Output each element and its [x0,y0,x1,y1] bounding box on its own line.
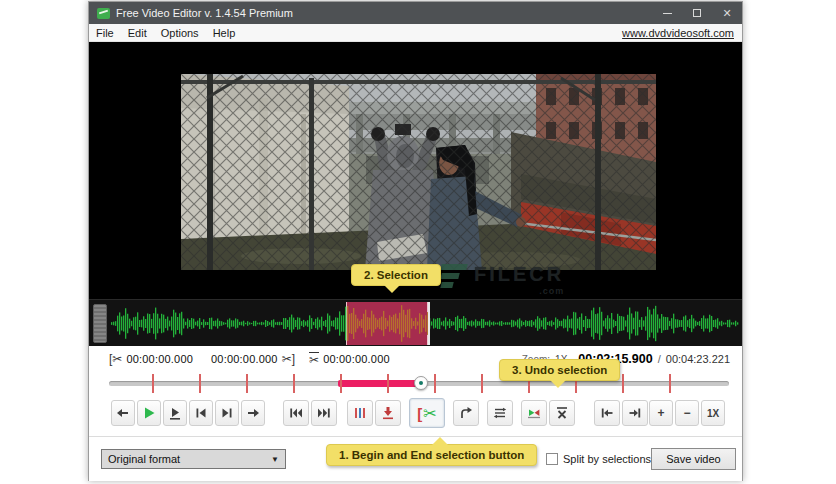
timeline-tick [293,374,295,393]
checkbox-box-icon [546,453,558,465]
total-time: 00:04:23.221 [666,353,730,365]
play-from-cursor-button[interactable] [163,400,187,426]
arrow-to-end-icon [627,405,643,421]
arrow-left-icon [115,405,131,421]
previous-edge-button[interactable] [594,400,620,426]
zoom-in-button[interactable]: + [649,400,673,426]
callout-selection: 2. Selection [351,264,441,286]
timeline-tick [669,374,671,393]
waveform-scroll-grip[interactable] [93,304,107,343]
sliders-icon [492,405,508,421]
timeline-tick [246,374,248,393]
callout-begin-end-selection: 1. Begin and End selection button [326,444,537,466]
menu-file[interactable]: File [89,27,121,39]
play-button[interactable] [137,400,161,426]
timeline-tick [434,374,436,393]
add-tag-button[interactable] [375,400,401,426]
watermark-brand: FILECR [474,263,564,285]
close-button[interactable]: ✕ [712,2,742,24]
slider-selection-bar[interactable] [338,380,420,387]
previous-frame-button[interactable] [189,400,213,426]
menu-options[interactable]: Options [154,27,206,39]
skip-end-icon [316,405,332,421]
timeline-tick [387,374,389,393]
turn-up-arrow-icon [458,405,474,421]
timecode-row: [✂ 00:00:00.000 00:00:00.000 ✂] ✂ 00:00:… [89,346,742,372]
step-back-button[interactable] [111,400,135,426]
selection-end-icon: ✂] [282,352,295,366]
goto-selection-button[interactable] [453,400,479,426]
time-divider: / [658,353,661,365]
next-edge-button[interactable] [622,400,648,426]
window-title: Free Video Editor v. 1.4.54 Premium [116,7,293,19]
prev-frame-icon [193,405,209,421]
timeline-tick [481,374,483,393]
timeline-tick [152,374,154,393]
menu-help[interactable]: Help [206,27,243,39]
play-underline-icon [167,405,183,421]
zoom-scale-button[interactable]: 1X [701,400,725,426]
selection-bracket-icon: [ [417,405,422,422]
split-by-selections-checkbox[interactable]: Split by selections [546,453,651,465]
minimize-button[interactable] [652,2,682,24]
skip-start-icon [288,405,304,421]
next-frame-icon [219,405,235,421]
output-format-value: Original format [108,453,180,465]
maximize-button[interactable] [682,2,712,24]
timeline-tick [340,374,342,393]
cut-position-time: 00:00:00.000 [323,353,390,365]
save-video-button[interactable]: Save video [651,448,736,470]
app-icon [97,8,110,19]
adjust-settings-button[interactable] [487,400,513,426]
tag-bars-icon [352,405,368,421]
menu-edit[interactable]: Edit [121,27,154,39]
zoom-out-button[interactable]: − [675,400,699,426]
menu-bar: File Edit Options Help www.dvdvideosoft.… [89,24,742,42]
slider-thumb[interactable] [414,376,428,390]
close-icon: ✕ [722,7,731,20]
selection-begin-icon: [✂ [109,352,122,366]
green-red-triangles-icon [526,405,542,421]
minus-icon: − [683,406,690,420]
waveform-box[interactable] [109,302,739,345]
video-frame [181,74,656,270]
timeline-tick [199,374,201,393]
filecr-logo-icon [441,264,467,290]
zoom-scale-label: 1X [707,408,719,419]
split-by-selections-label: Split by selections [563,453,651,465]
scissors-icon: ✂ [423,404,436,423]
x-overline-icon [554,405,570,421]
tags-button[interactable] [347,400,373,426]
maximize-icon [693,9,701,17]
website-link[interactable]: www.dvdvideosoft.com [622,27,734,39]
jump-to-end-button[interactable] [311,400,337,426]
arrow-right-icon [245,405,261,421]
toolbar: [✂ + − 1X [89,396,742,432]
output-format-select[interactable]: Original format ▼ [101,449,286,469]
begin-end-selection-button[interactable]: [✂ [409,398,445,428]
watermark-domain: .com [474,286,564,296]
step-forward-button[interactable] [241,400,265,426]
jump-to-start-button[interactable] [283,400,309,426]
timeline-tick [622,374,624,393]
callout-undo-selection: 3. Undo selection [499,359,620,381]
timeline-slider [89,372,742,396]
minimize-icon [663,13,672,14]
selection-begin-time: 00:00:00.000 [126,353,193,365]
plus-icon: + [657,406,664,420]
invert-selection-button[interactable] [521,400,547,426]
video-scene [181,74,656,270]
red-down-arrow-icon [380,405,396,421]
undo-selection-button[interactable] [549,400,575,426]
play-icon [141,405,157,421]
selection-end-time: 00:00:00.000 [211,353,278,365]
waveform-strip[interactable] [89,299,742,346]
title-bar: Free Video Editor v. 1.4.54 Premium ✕ [89,2,742,24]
app-window: Free Video Editor v. 1.4.54 Premium ✕ Fi… [88,1,743,481]
arrow-to-start-icon [599,405,615,421]
next-frame-button[interactable] [215,400,239,426]
waveform-playhead[interactable] [428,302,430,345]
video-preview-area: FILECR .com [89,42,742,299]
cut-position-icon: ✂ [309,352,319,367]
chevron-down-icon: ▼ [271,455,279,464]
